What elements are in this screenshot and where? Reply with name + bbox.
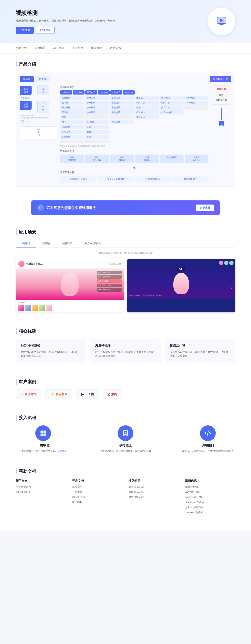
tab-yidun-engine[interactable]: 易盾检测引擎 (210, 76, 231, 82)
sub-tag-23: 臀部 (60, 115, 84, 120)
scenario-tab-chat[interactable]: 多人互动聊天室 (78, 240, 110, 248)
help-link-4-4[interactable]: c#sharp示例代码 (185, 500, 236, 504)
contact-icon (37, 204, 44, 212)
comment-4: 哇这，这个一颗心 (97, 284, 122, 287)
help-col-faq: 常见问题 提交常见问题 对接常见问题 服务保障问题 (128, 479, 179, 516)
hero-icon (208, 8, 235, 35)
rg-icon: Z (108, 392, 110, 396)
ops-card-4: 规则策略调优 (172, 176, 209, 182)
free-trial-button[interactable]: 免费试用 (16, 27, 34, 34)
assist-card-2: 用户行为分析 (85, 154, 109, 163)
help-link-4-3[interactable]: nodejs示例代码 (185, 495, 236, 499)
online-experience-button[interactable]: 在线体验 (36, 27, 54, 34)
contact-text-wrapper: 联系客服为您提供免费试用服务 (37, 204, 96, 212)
tab-video-source[interactable]: 视频源 (20, 76, 34, 82)
help-link-2-3[interactable]: 响应返回码 (72, 495, 123, 499)
down-arrow: ▼ (60, 166, 208, 170)
help-link-4-6[interactable]: daacuz示例代码 (185, 511, 236, 514)
client-logo-yzb: ▶ 一直播 (76, 390, 99, 399)
heart-icon-2: ♥ (230, 286, 233, 290)
sub-tag-16: 血腥 (135, 106, 159, 110)
help-link-3-1[interactable]: 提交常见问题 (128, 485, 179, 489)
ops-label: 运营策略支撑 (60, 171, 208, 174)
step-1-circle (35, 425, 51, 441)
comment-1: 朋友，我来看看！ (97, 270, 122, 274)
assist-card-4: 主播黑名单 (135, 154, 159, 163)
help-link-1-1[interactable]: 申请免费试用 (16, 485, 66, 489)
advantage-title-3: 超强云计算 (170, 344, 230, 348)
scenario-tab-short[interactable]: 短视频 (36, 240, 56, 248)
help-col-4-title: 示例代码 (185, 479, 236, 483)
blacklist-item-2: 长时间拦截 (214, 98, 229, 102)
hero-content: 视频检测 秒级处理违规镜头，支持直播、点播视频过检，配合易盾智能电视墙、保障视频… (16, 10, 208, 34)
advantages-section: 核心优势 7x24小时巡检 运营团队7x24小时巡检，机器拦截同时进一步排查、双… (0, 320, 251, 371)
sub-tag-7: 女下体 (60, 100, 84, 105)
api-icon (204, 430, 212, 437)
help-link-4-1[interactable]: php示例代码 (185, 485, 236, 489)
assist-card-6: 直播间热度分析 (185, 154, 208, 163)
compliant-video-badge: 合规视频 (219, 121, 224, 126)
custom-note: * 支持自定义精细化分类及接口返回向用户后台管理 (60, 145, 208, 148)
help-link-4-2[interactable]: java示例代码 (185, 490, 236, 494)
precision-label: 精细化分类 (22, 128, 55, 136)
tag-political: 涉政内容 (73, 90, 84, 94)
credential-icon (122, 430, 129, 437)
sub-tag-more-5: ··· (85, 140, 109, 143)
comment-5: 别了，什么值得买 (97, 288, 122, 292)
step-connector-1 (78, 433, 90, 434)
nav-item-help[interactable]: 帮助文档 (110, 43, 121, 53)
help-link-1-2[interactable]: 立即开通服务 (16, 490, 66, 494)
register-link[interactable]: 立即注册 (57, 450, 67, 452)
contact-free-trial-button[interactable]: 免费试用 (196, 204, 214, 211)
tab-preprocessing[interactable]: 预处理 (36, 76, 50, 82)
cqsb-name: 重庆时报 (25, 392, 36, 396)
nav-item-product[interactable]: 产品介绍 (16, 43, 27, 53)
help-col-beginner: 新手指南 申请免费试用 立即开通服务 (16, 479, 66, 516)
sub-tag-5: 含二维码 (160, 96, 184, 100)
nav-item-integration[interactable]: 接入流程 (91, 43, 102, 53)
svg-rect-6 (44, 430, 46, 433)
scenario-tab-live[interactable]: 直播间 (16, 240, 36, 248)
hot-images (18, 305, 122, 311)
monitor-icon (216, 16, 228, 28)
hot-img-1 (18, 305, 24, 311)
scenario-tab-vod[interactable]: 点播视频 (56, 240, 78, 248)
help-link-4-5[interactable]: python示例代码 (185, 506, 236, 509)
scenario-preview: 表颜美女丨月二 45124人在线 ♥ 朋友，我来看看！ 嗯嗯，我来了哦~ 你看什… (16, 259, 235, 312)
blacklist-panel: 黑屏拦截 黑屏 长时间拦截 合规视频 (212, 86, 231, 182)
sub-tag-20: 暴恐场景 (110, 110, 134, 114)
nav-item-scenarios[interactable]: 应用场景 (34, 43, 46, 53)
sub-tag-18: 男下体 (60, 110, 84, 114)
scenario-tabs: 直播间 短视频 点播视频 多人互动聊天室 (16, 240, 235, 248)
help-link-2-2[interactable]: 公共参数 (72, 490, 123, 494)
step-2-title: 获得凭证 (98, 444, 153, 448)
svg-rect-4 (219, 24, 224, 25)
sub-tag-8: 涉政旗帜 (85, 100, 109, 105)
sub-tag-21: 公职服饰 (135, 110, 159, 114)
pull-stream-box: 拉流 (38, 86, 49, 95)
svg-point-10 (125, 432, 126, 434)
tag-video-content: 缩视内容 (123, 90, 135, 94)
help-link-2-1[interactable]: 规范说明 (72, 485, 123, 489)
assist-card-5: 视频MD5库 (160, 154, 184, 163)
svg-line-12 (207, 431, 208, 436)
nav-item-clients[interactable]: 客户案例 (72, 43, 83, 53)
sub-tag-17: 推广广告 (160, 106, 184, 110)
cdxw-icon: ⚡ (50, 392, 54, 396)
sub-tag-31: 骷髅 (85, 130, 109, 134)
help-link-3-3[interactable]: 服务保障问题 (128, 495, 179, 499)
step-3-circle (200, 425, 216, 441)
help-link-3-2[interactable]: 对接常见问题 (128, 490, 179, 494)
nav-item-advantages[interactable]: 核心优势 (53, 43, 64, 53)
vod-box: 点播视频 (20, 100, 32, 110)
help-link-2-4[interactable]: 接口鉴权 (72, 500, 123, 504)
live-preview-2: 请遵守，调用接口，立即体验智能反垃圾后服务 ♥ sTI (127, 259, 235, 312)
assist-card-3: 智能电视墙 (110, 154, 134, 163)
machine-detection-label: 机器检测能力 (60, 86, 208, 89)
sub-tag-1: 性感低俗 (60, 96, 84, 100)
clients-section: 客户案例 ✦ 重庆时报 ⚡ 触电新闻 ▶ 一直播 Z 热狗 (0, 371, 251, 407)
hot-recommend: 热门推荐 (16, 300, 124, 312)
advantage-desc-1: 运营团队7x24小时巡检，机器拦截同时进一步排查、双重保障产品安全 (20, 350, 82, 358)
sub-tag-6: Logo检测 (184, 96, 208, 100)
comments-overlay: 朋友，我来看看！ 嗯嗯，我来了哦~ 你看什么呢！ 哇这，这个一颗心 别了，什么值… (97, 270, 122, 292)
